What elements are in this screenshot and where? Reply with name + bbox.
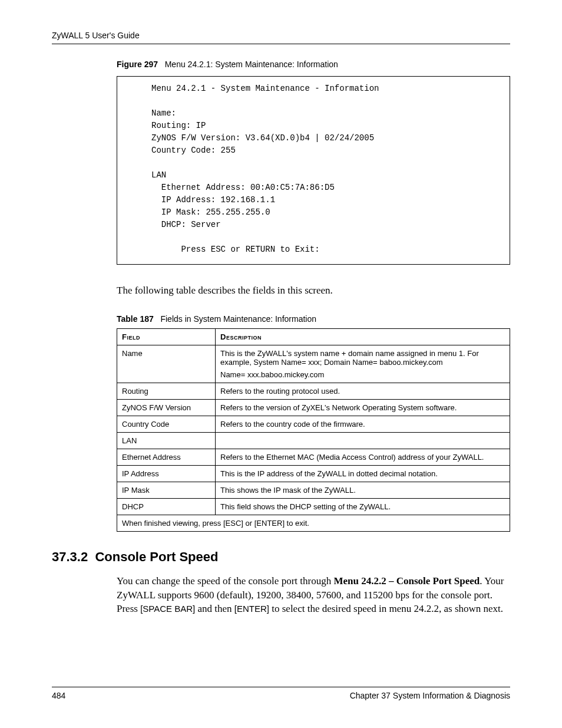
table-row: NameThis is the ZyWALL's system name + d…: [117, 345, 510, 383]
table-row: IP AddressThis is the IP address of the …: [117, 465, 510, 482]
figure-label: Figure 297: [117, 60, 158, 69]
field-desc-cell: Refers to the version of ZyXEL's Network…: [216, 399, 510, 416]
page-footer: 484 Chapter 37 System Information & Diag…: [52, 687, 510, 700]
terminal-output: Menu 24.2.1 - System Maintenance - Infor…: [117, 76, 510, 265]
section-title: Console Port Speed: [95, 549, 218, 564]
table-label: Table 187: [117, 314, 154, 324]
field-name-cell: LAN: [117, 432, 216, 449]
field-desc-cell: This field shows the DHCP setting of the…: [216, 498, 510, 515]
field-desc-cell: This is the ZyWALL's system name + domai…: [216, 345, 510, 383]
header-left: ZyWALL 5 User's Guide: [52, 31, 140, 40]
field-name-cell: DHCP: [117, 498, 216, 515]
table-row: DHCPThis field shows the DHCP setting of…: [117, 498, 510, 515]
field-name-cell: ZyNOS F/W Version: [117, 399, 216, 416]
field-desc-cell: [216, 432, 510, 449]
table-row: Ethernet AddressRefers to the Ethernet M…: [117, 449, 510, 465]
field-desc-cell: This is the IP address of the ZyWALL in …: [216, 465, 510, 482]
field-name-cell: Country Code: [117, 416, 216, 432]
field-name-cell: Ethernet Address: [117, 449, 216, 465]
table-row: Country CodeRefers to the country code o…: [117, 416, 510, 432]
th-field: Field: [117, 328, 216, 345]
table-header-row: Field Description: [117, 328, 510, 345]
table-footer-cell: When finished viewing, press [ESC] or [E…: [117, 515, 510, 531]
page-number: 484: [52, 691, 65, 700]
page-header: ZyWALL 5 User's Guide: [52, 31, 510, 44]
section-number: 37.3.2: [52, 549, 88, 564]
fields-table: Field Description NameThis is the ZyWALL…: [117, 328, 510, 532]
figure-title: Menu 24.2.1: System Maintenance: Informa…: [165, 60, 338, 69]
field-desc-cell: Refers to the routing protocol used.: [216, 383, 510, 399]
table-row: ZyNOS F/W VersionRefers to the version o…: [117, 399, 510, 416]
table-caption: Table 187 Fields in System Maintenance: …: [117, 314, 510, 324]
table-row: RoutingRefers to the routing protocol us…: [117, 383, 510, 399]
field-desc-cell: Refers to the country code of the firmwa…: [216, 416, 510, 432]
section-heading: 37.3.2 Console Port Speed: [52, 549, 510, 565]
intro-text: The following table describes the fields…: [117, 284, 510, 298]
figure-caption: Figure 297 Menu 24.2.1: System Maintenan…: [117, 60, 510, 69]
field-name-cell: IP Address: [117, 465, 216, 482]
th-description: Description: [216, 328, 510, 345]
field-desc-cell: This shows the IP mask of the ZyWALL.: [216, 482, 510, 498]
table-row: IP MaskThis shows the IP mask of the ZyW…: [117, 482, 510, 498]
table-title: Fields in System Maintenance: Informatio…: [160, 314, 316, 324]
field-desc-cell: Refers to the Ethernet MAC (Media Access…: [216, 449, 510, 465]
field-name-cell: Name: [117, 345, 216, 383]
table-row: LAN: [117, 432, 510, 449]
section-body: You can change the speed of the console …: [117, 574, 510, 616]
table-footer-row: When finished viewing, press [ESC] or [E…: [117, 515, 510, 531]
field-name-cell: Routing: [117, 383, 216, 399]
chapter-label: Chapter 37 System Information & Diagnosi…: [350, 691, 510, 700]
field-name-cell: IP Mask: [117, 482, 216, 498]
